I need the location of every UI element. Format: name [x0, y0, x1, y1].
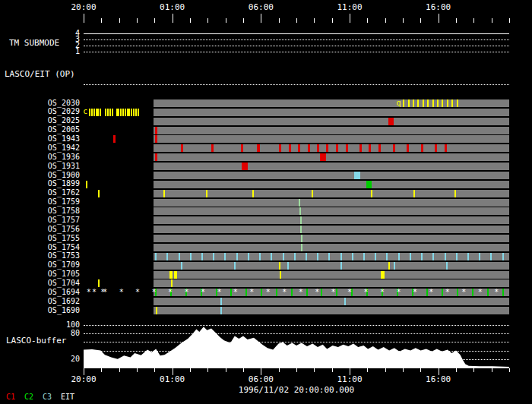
event-mark [312, 190, 313, 197]
event-mark [220, 307, 222, 314]
event-mark [86, 181, 87, 188]
event-mark [179, 253, 180, 260]
timeline-row-band [154, 298, 509, 305]
event-mark [96, 109, 97, 116]
event-glyph: * [299, 288, 303, 296]
timeline-row-label: OS_1754 [4, 243, 80, 251]
hour-tick [332, 368, 333, 372]
hour-tick [119, 368, 120, 372]
buffer-gridline [84, 359, 509, 360]
event-mark [131, 109, 132, 116]
hour-tick [509, 368, 510, 372]
buffer-ytick-label: 20 [4, 355, 80, 363]
event-mark [100, 109, 101, 116]
timeline-row-band [154, 207, 509, 215]
event-mark [241, 144, 243, 152]
event-mark [261, 289, 262, 296]
timeline-row-band [154, 262, 509, 270]
event-mark [91, 109, 93, 116]
event-mark [213, 253, 214, 260]
hour-tick [456, 18, 457, 23]
event-mark [340, 253, 342, 260]
event-mark [413, 99, 414, 107]
event-mark [398, 253, 400, 260]
event-mark [300, 226, 302, 233]
event-mark [386, 253, 388, 260]
legend-item-eit: EIT [61, 393, 74, 401]
event-glyph: c [83, 107, 87, 115]
hour-label: 06:00 [244, 2, 277, 12]
timeline-row-band [154, 163, 509, 170]
event-mark [98, 279, 100, 287]
event-mark [366, 181, 372, 188]
event-mark [451, 99, 453, 107]
event-mark [445, 144, 447, 152]
hour-tick [261, 14, 261, 23]
event-mark [155, 127, 157, 134]
hour-tick [84, 14, 84, 23]
event-mark [306, 253, 307, 260]
event-glyph: * [184, 288, 188, 296]
timeline-row-label: OS_1762 [4, 188, 80, 197]
event-mark [344, 298, 346, 305]
event-mark [109, 109, 111, 116]
hour-tick [154, 18, 155, 23]
timeline-row-label: OS_1756 [4, 225, 80, 233]
event-glyph: * [347, 288, 352, 296]
timeline-row-label: OS_1899 [4, 179, 80, 188]
event-mark [432, 253, 434, 260]
event-mark [128, 109, 130, 116]
hour-tick [154, 368, 155, 372]
event-mark [299, 199, 300, 207]
event-mark [426, 289, 428, 296]
event-mark [300, 216, 302, 224]
timeline-row-band [154, 199, 509, 207]
event-mark [299, 207, 301, 215]
event-mark [326, 144, 328, 152]
event-mark [174, 271, 177, 279]
event-glyph: * [282, 288, 287, 296]
timeline-row-label: OS_1690 [4, 306, 80, 314]
event-mark [138, 109, 139, 116]
event-glyph: * [87, 288, 91, 296]
event-mark [457, 289, 458, 296]
timeline-row-band [154, 109, 509, 116]
event-mark [236, 253, 238, 260]
event-mark [340, 262, 342, 270]
hour-tick [119, 18, 120, 23]
event-mark [317, 253, 318, 260]
event-glyph: * [100, 288, 105, 296]
event-glyph: * [364, 288, 369, 296]
event-mark [112, 109, 113, 116]
event-mark [447, 99, 448, 107]
hour-tick [367, 18, 368, 23]
event-mark [283, 253, 284, 260]
hour-label: 01:00 [156, 374, 189, 384]
hour-tick [137, 368, 138, 372]
event-mark [388, 262, 390, 270]
event-mark [417, 99, 419, 107]
event-glyph: * [315, 288, 319, 296]
hour-tick [314, 368, 315, 372]
event-mark [378, 144, 381, 152]
event-mark [359, 144, 362, 152]
timeline-row-band [154, 172, 509, 179]
event-mark [201, 253, 203, 260]
timeline-row-label: OS_1943 [4, 134, 80, 143]
hour-tick [226, 18, 226, 23]
event-mark [490, 253, 492, 260]
timeline-row-label: OS_1694 [4, 288, 80, 296]
hour-tick [296, 368, 297, 372]
event-mark [89, 109, 90, 116]
event-mark [93, 109, 95, 116]
hour-label: 16:00 [422, 374, 455, 384]
event-mark [279, 144, 281, 152]
event-mark [122, 109, 124, 116]
hour-label: 01:00 [156, 2, 189, 12]
event-mark [388, 118, 394, 125]
event-mark [336, 289, 337, 296]
event-mark [245, 289, 247, 296]
timeline-row-label: OS_1755 [4, 234, 80, 242]
hour-tick [243, 18, 244, 23]
tm-submode-gridline [84, 39, 509, 40]
